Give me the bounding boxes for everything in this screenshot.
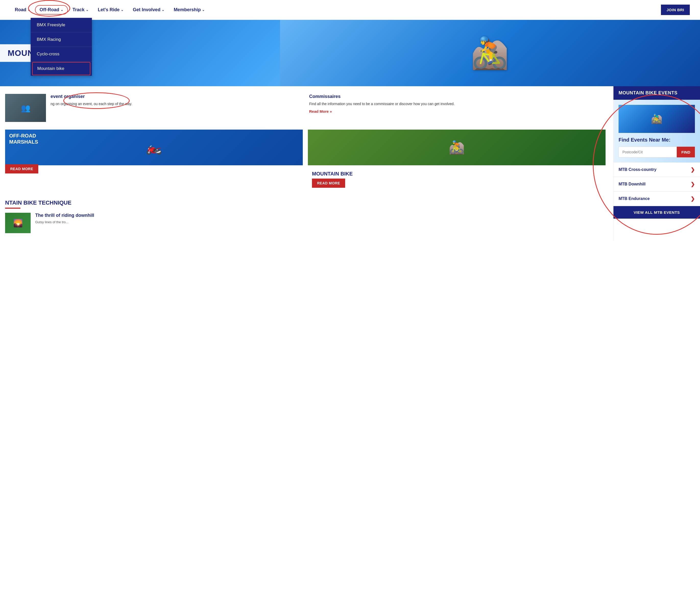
nav-road-chevron: ⌄ [28,8,30,12]
nav-item-letsride[interactable]: Let's Ride ⌄ [93,5,128,15]
technique-divider [5,208,20,209]
technique-image: 🌄 [5,213,31,233]
nav-letsride-label: Let's Ride [98,7,120,12]
nav-getinvolved-chevron: ⌄ [161,8,165,12]
nav-letsride-chevron: ⌄ [121,8,124,12]
commissaires-text: Find all the information you need to be … [309,101,605,107]
events-list-endurance-chevron: ❯ [691,195,695,202]
nav-track-chevron: ⌄ [86,8,89,12]
technique-section: NTAIN BIKE TECHNIQUE 🌄 The thrill of rid… [5,200,605,233]
find-events-box: 🚵‍♂️ Find Events Near Me: FIND [614,100,700,162]
events-list-crosscountry-label: MTB Cross-country [619,167,656,172]
postcode-input[interactable] [619,147,677,157]
nav-road-label: Road [15,7,26,12]
nav-getinvolved-label: Get Involved [133,7,160,12]
read-more-link[interactable]: Read More » [309,109,332,113]
offroad-marshals-btn[interactable]: READ MORE [5,164,38,174]
nav-item-getinvolved[interactable]: Get Involved ⌄ [128,5,169,15]
technique-article-content: The thrill of riding downhill Gutsy line… [35,213,94,225]
mtb-leadership-title: MOUNTAIN BIKELEADERSHIP [312,171,605,184]
mtb-leadership-card: 🚵 MOUNTAIN BIKELEADERSHIP READ MORE [308,130,605,192]
events-list-endurance-label: MTB Endurance [619,197,650,201]
nav-item-road[interactable]: Road ⌄ [10,5,35,15]
view-all-mtb-events-btn[interactable]: VIEW ALL MTB EVENTS [614,206,700,218]
join-button[interactable]: JOIN BRI [661,5,690,15]
technique-article: 🌄 The thrill of riding downhill Gutsy li… [5,213,605,233]
find-button[interactable]: FIND [677,147,695,157]
dropdown-item-cyclocross[interactable]: Cyclo-cross [31,47,92,61]
nav-item-membership[interactable]: Membership ⌄ [169,5,209,15]
promo-cards-row: 🏍️ OFF-ROADMARSHALS READ MORE 🚵 MOUNTAIN… [5,130,605,192]
technique-title: NTAIN BIKE TECHNIQUE [5,200,605,206]
nav-offroad-chevron: ⌄ [60,8,63,12]
event-org-title: event organiser [51,94,301,99]
dropdown-item-bmxracing[interactable]: BMX Racing [31,32,92,47]
nav-item-track[interactable]: Track ⌄ [68,5,93,15]
nav-bar: Road ⌄ Off-Road ⌄ Track ⌄ Let's Ride ⌄ G… [0,0,700,20]
events-list-downhill-chevron: ❯ [691,181,695,187]
commissaires-card: Commissaires Find all the information yo… [309,94,605,122]
offroad-marshals-card: 🏍️ OFF-ROADMARSHALS READ MORE [5,130,303,192]
event-org-section: event organiser ng on organising an even… [51,94,301,122]
offroad-dropdown: BMX Freestyle BMX Racing Cyclo-cross Mou… [31,18,92,76]
events-list-item-downhill[interactable]: MTB Downhill ❯ [614,177,700,191]
main-content: 👥 event organiser ng on organising an ev… [0,86,700,241]
sidebar-event-image: 🚵‍♂️ [619,105,695,133]
events-list-crosscountry-chevron: ❯ [691,166,695,173]
hero-image: 🚵 [280,20,700,86]
find-events-title: Find Events Near Me: [619,136,695,143]
mtb-leadership-image: 🚵 [308,130,605,165]
dropdown-item-bmxfreestyle[interactable]: BMX Freestyle [31,18,92,32]
events-list-item-crosscountry[interactable]: MTB Cross-country ❯ [614,162,700,177]
nav-membership-label: Membership [174,7,201,12]
events-list-item-endurance[interactable]: MTB Endurance ❯ [614,191,700,206]
sidebar-right: MOUNTAIN BIKE EVENTS 🚵‍♂️ Find Events Ne… [613,86,700,241]
hero-banner: 🚵 MOUNTAIN B [0,20,700,86]
content-left: 👥 event organiser ng on organising an ev… [0,86,613,241]
dropdown-item-mountainbike[interactable]: Mountain bike [32,62,91,75]
nav-offroad-label: Off-Road [40,7,59,12]
sidebar-events-header: MOUNTAIN BIKE EVENTS [614,86,700,100]
technique-article-title: The thrill of riding downhill [35,213,94,218]
cards-row-top: 👥 event organiser ng on organising an ev… [5,94,605,122]
nav-item-offroad[interactable]: Off-Road ⌄ [35,5,68,15]
mtb-leadership-btn[interactable]: READ MORE [312,179,345,188]
event-organiser-card: 👥 event organiser ng on organising an ev… [5,94,301,122]
commissaires-title: Commissaires [309,94,605,99]
event-org-text: ng on organising an event, ou each step … [51,101,301,107]
cyclist-icon: 🚵 [471,35,509,71]
offroad-marshals-image: 🏍️ [5,130,303,165]
technique-article-text: Gutsy lines of the tro... [35,220,94,225]
team-photo: 👥 [5,94,46,122]
offroad-marshals-title: OFF-ROADMARSHALS [9,133,38,145]
events-list-downhill-label: MTB Downhill [619,182,646,186]
nav-membership-chevron: ⌄ [202,8,205,12]
nav-track-label: Track [73,7,84,12]
find-events-input-row: FIND [619,147,695,157]
